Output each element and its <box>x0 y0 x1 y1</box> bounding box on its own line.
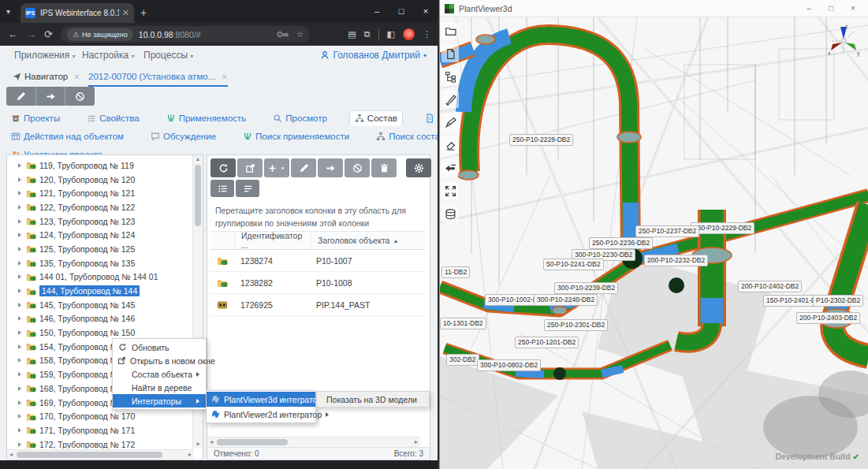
chevron-right-icon[interactable] <box>18 177 21 182</box>
tree-item[interactable]: 120, Трубопровод № 120 <box>7 173 193 187</box>
scroll-up-icon[interactable]: ▲ <box>193 155 203 163</box>
chevron-right-icon[interactable] <box>18 219 21 224</box>
fit-view-button[interactable] <box>441 182 459 199</box>
refresh-button[interactable] <box>210 158 236 177</box>
user-menu[interactable]: Голованов Дмитрий▾ <box>320 50 427 61</box>
tab-состав[interactable]: Состав <box>349 110 403 126</box>
tab-просмотр[interactable]: Просмотр <box>268 111 332 125</box>
chevron-right-icon[interactable] <box>18 274 21 279</box>
paint-button[interactable] <box>441 91 459 108</box>
scroll-right-icon[interactable]: ► <box>186 450 194 460</box>
markup-button[interactable] <box>441 114 459 131</box>
settings-button[interactable] <box>406 158 431 177</box>
show-on-3d-model-item[interactable]: Показать на 3D модели <box>316 391 430 408</box>
cancel-button[interactable] <box>65 87 95 106</box>
window-minimize-button[interactable]: – <box>365 2 389 20</box>
new-file-button[interactable] <box>441 45 459 62</box>
tree-item[interactable]: 171, Трубопровод № 171 <box>7 423 193 437</box>
chevron-right-icon[interactable] <box>18 414 21 419</box>
tab-close-icon[interactable]: ✕ <box>122 8 129 18</box>
group-view-button[interactable] <box>236 180 259 197</box>
menu-1[interactable]: Приложения ▾ <box>14 50 76 61</box>
tab-свойства[interactable]: Свойства <box>82 111 144 125</box>
menu-3[interactable]: Процессы ▾ <box>143 50 193 61</box>
tab-файлы[interactable]: Файлы <box>420 111 438 125</box>
key-autofill-icon[interactable]: ⊙∞ <box>276 30 289 39</box>
chevron-right-icon[interactable] <box>18 358 21 363</box>
column-header-title[interactable]: Заголовок объекта▲ <box>311 236 425 245</box>
tab-close-icon[interactable]: ✕ <box>73 73 80 81</box>
edit-button[interactable] <box>6 87 36 106</box>
security-badge[interactable]: ⚠Не защищено <box>67 28 133 41</box>
delete-button[interactable] <box>371 158 397 177</box>
tree-item[interactable]: 145, Трубопровод № 145 <box>7 298 193 312</box>
chevron-right-icon[interactable] <box>18 344 21 349</box>
table-row[interactable]: 1238282P10-1008 <box>210 272 425 294</box>
chevron-right-icon[interactable] <box>18 261 21 266</box>
chevron-right-icon[interactable] <box>18 163 21 168</box>
tab-проекты[interactable]: Проекты <box>6 111 65 125</box>
route-button[interactable] <box>318 158 343 177</box>
tree-item[interactable]: 119, Трубопровод № 119 <box>7 158 193 173</box>
eraser-button[interactable] <box>441 136 459 154</box>
axis-gizmo[interactable]: z x y <box>825 22 862 60</box>
browser-panel-icon[interactable]: ▤ <box>348 29 356 39</box>
integrator-menu-item[interactable]: PlantViewer3d интегратор <box>207 392 315 407</box>
context-menu-item[interactable]: Состав объекта <box>113 367 206 381</box>
scroll-down-icon[interactable]: ▼ <box>193 441 203 449</box>
kebab-menu-icon[interactable]: ⋮ <box>423 29 431 39</box>
scroll-left-icon[interactable]: ◄ <box>207 437 215 447</box>
side-panel-icon[interactable]: ◧ <box>387 29 395 39</box>
tab-действия-над-объектом[interactable]: Действия над объектом <box>6 129 129 143</box>
icon-column-header[interactable] <box>210 232 235 249</box>
cancel-button[interactable] <box>345 158 370 177</box>
table-row[interactable]: 1238274P10-1007 <box>210 250 425 272</box>
tree-item[interactable]: 121, Трубопровод № 121 <box>7 186 193 200</box>
add-button[interactable] <box>264 158 289 177</box>
chevron-right-icon[interactable] <box>18 330 21 335</box>
browser-tab[interactable]: IPS IPS Webinterface 8.0.1.1429 ✕ <box>20 3 134 23</box>
tree-item[interactable]: 144 01, Трубопровод № 144 01 <box>7 270 193 285</box>
profile-avatar[interactable] <box>403 28 415 40</box>
tree-item[interactable]: 146, Трубопровод № 146 <box>7 312 193 326</box>
app-tab-1[interactable]: Навигатор✕ <box>13 68 80 85</box>
tab-применяемость[interactable]: Применяемость <box>162 111 251 125</box>
model-tree-button[interactable] <box>441 68 459 85</box>
tree-item[interactable]: 144, Трубопровод № 144 <box>7 284 193 298</box>
viewer-minimize-button[interactable]: – <box>798 4 820 13</box>
chevron-right-icon[interactable] <box>18 442 21 447</box>
extensions-icon[interactable]: ⧉ <box>364 29 371 39</box>
tab-close-icon[interactable]: ✕ <box>221 73 227 81</box>
window-maximize-button[interactable]: □ <box>389 2 413 20</box>
tree-item[interactable]: 122, Трубопровод № 122 <box>7 200 193 214</box>
tab-обсуждение[interactable]: Обсуждение <box>146 129 221 143</box>
context-menu-item[interactable]: Обновить <box>113 341 206 354</box>
viewer-close-button[interactable]: × <box>842 4 864 13</box>
context-menu-item[interactable]: Интеграторы <box>113 394 206 408</box>
forward-icon[interactable]: → <box>26 28 36 40</box>
chevron-right-icon[interactable] <box>18 428 21 433</box>
reload-icon[interactable]: ⟳ <box>44 28 53 40</box>
window-close-button[interactable]: × <box>414 2 438 20</box>
edit-button[interactable] <box>291 158 316 177</box>
back-icon[interactable]: ← <box>8 28 18 40</box>
scroll-thumb[interactable] <box>17 452 162 458</box>
scroll-thumb[interactable] <box>217 439 288 445</box>
tree-item[interactable]: 125, Трубопровод № 125 <box>7 242 193 256</box>
viewer-maximize-button[interactable]: □ <box>820 4 842 13</box>
open-folder-button[interactable] <box>441 22 459 39</box>
chevron-right-icon[interactable] <box>18 233 21 237</box>
tree-item[interactable]: 172, Трубопровод № 172 <box>7 437 193 449</box>
chevron-right-icon[interactable] <box>18 316 21 321</box>
integrator-menu-item[interactable]: PlantViewer2d интегратор <box>207 407 315 422</box>
column-header-id[interactable]: Идентификатор ... <box>235 231 311 250</box>
context-menu-item[interactable]: Открыть в новом окне <box>113 354 206 367</box>
scroll-left-icon[interactable]: ◄ <box>7 450 15 460</box>
chevron-right-icon[interactable] <box>18 191 21 195</box>
chevron-right-icon[interactable] <box>18 288 21 293</box>
new-tab-button[interactable]: + <box>140 6 147 19</box>
chevron-right-icon[interactable] <box>18 247 21 251</box>
list-view-button[interactable] <box>210 180 234 197</box>
route-button[interactable] <box>36 87 66 106</box>
database-button[interactable] <box>441 205 459 222</box>
